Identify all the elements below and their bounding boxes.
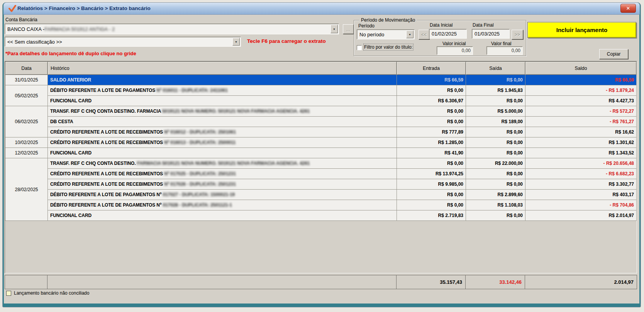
cell-saldo[interactable]: - R$ 572,27 <box>525 106 637 117</box>
previous-period-button[interactable]: << <box>419 30 429 39</box>
grid-row[interactable]: DÉBITO REFERENTE A LOTE DE PAGAMENTOS Nº… <box>5 200 637 210</box>
cell-historico[interactable]: CRÉDITO REFERENTE A LOTE DE RECEBIMENTOS… <box>48 137 397 148</box>
grid-row[interactable]: FUNCIONAL CARDR$ 2.719,83R$ 0,00R$ 2.014… <box>5 210 637 221</box>
cell-saldo[interactable]: R$ 66,59 <box>525 75 637 85</box>
cell-entrada[interactable]: R$ 6.306,97 <box>397 96 466 106</box>
value-start-input[interactable]: 0,00 <box>437 46 473 55</box>
cell-historico[interactable]: CRÉDITO REFERENTE A LOTE DE RECEBIMENTOS… <box>48 179 397 190</box>
cell-saldo[interactable]: - R$ 704,86 <box>525 200 637 210</box>
cell-saldo[interactable]: R$ 3.302,77 <box>525 179 637 190</box>
cell-historico[interactable]: DÉBITO REFERENTE A LOTE DE PAGAMENTOS Nº… <box>48 85 397 96</box>
cell-saldo[interactable]: R$ 1.343,52 <box>525 148 637 158</box>
cell-historico[interactable]: FUNCIONAL CARD <box>48 210 397 221</box>
column-header-saldo: Saldo <box>525 62 637 75</box>
classification-value: << Sem classificação >> <box>7 37 230 46</box>
cell-entrada[interactable]: R$ 0,00 <box>397 106 466 117</box>
cell-saldo[interactable]: - R$ 20.656,48 <box>525 158 637 169</box>
grid-row[interactable]: 31/01/2025SALDO ANTERIORR$ 66,59R$ 0,00R… <box>5 75 637 85</box>
cell-saida[interactable]: R$ 0,00 <box>466 127 525 137</box>
cell-historico[interactable]: SALDO ANTERIOR <box>48 75 397 85</box>
cell-saida[interactable]: R$ 189,00 <box>466 117 525 127</box>
grid-row[interactable]: DB CESTAR$ 0,00R$ 189,00- R$ 761,27 <box>5 117 637 127</box>
cell-saldo[interactable]: - R$ 6.682,23 <box>525 169 637 179</box>
cell-saida[interactable]: R$ 5.000,00 <box>466 106 525 117</box>
cell-saida[interactable]: R$ 1.108,03 <box>466 200 525 210</box>
cell-saida[interactable]: R$ 0,00 <box>466 137 525 148</box>
grid-row[interactable]: CRÉDITO REFERENTE A LOTE DE RECEBIMENTOS… <box>5 179 637 190</box>
cell-saldo[interactable]: - R$ 761,27 <box>525 117 637 127</box>
grid-row[interactable]: 12/02/2025FUNCIONAL CARDR$ 41,90R$ 0,00R… <box>5 148 637 158</box>
cell-saldo[interactable]: R$ 4.427,73 <box>525 96 637 106</box>
start-date-input[interactable]: 01/02/2025 <box>429 29 467 39</box>
chevron-down-icon[interactable]: ▼ <box>232 38 240 46</box>
cell-entrada[interactable]: R$ 1.285,00 <box>397 137 466 148</box>
cell-saldo[interactable]: R$ 403,17 <box>525 190 637 200</box>
value-end-input[interactable]: 0,00 <box>486 46 523 55</box>
cell-date[interactable]: 10/02/2025 <box>5 137 48 148</box>
cell-saldo[interactable]: R$ 2.014,97 <box>525 210 637 221</box>
cell-historico[interactable]: FUNCIONAL CARD <box>48 96 397 106</box>
cell-saida[interactable]: R$ 22.000,00 <box>466 158 525 169</box>
account-browse-button[interactable]: ... <box>343 24 354 34</box>
cell-saida[interactable]: R$ 2.899,60 <box>466 190 525 200</box>
cell-historico[interactable]: CRÉDITO REFERENTE A LOTE DE RECEBIMENTOS… <box>48 169 397 179</box>
chevron-down-icon[interactable]: ▼ <box>330 25 338 33</box>
grid-row[interactable]: DÉBITO REFERENTE A LOTE DE PAGAMENTOS Nº… <box>5 190 637 200</box>
cell-date[interactable]: 06/02/2025 <box>5 106 48 137</box>
column-header-saida: Saída <box>466 62 525 75</box>
period-combobox[interactable]: No período ▼ <box>357 29 415 39</box>
cell-saida[interactable]: R$ 0,00 <box>466 148 525 158</box>
cell-saldo[interactable]: R$ 1.301,62 <box>525 137 637 148</box>
cell-date[interactable]: 05/02/2025 <box>5 85 48 106</box>
grid-row[interactable]: FUNCIONAL CARDR$ 6.306,97R$ 0,00R$ 4.427… <box>5 96 637 106</box>
cell-entrada[interactable]: R$ 0,00 <box>397 85 466 96</box>
cell-historico[interactable]: FUNCIONAL CARD <box>48 148 397 158</box>
filter-by-value-checkbox[interactable] <box>357 45 362 50</box>
cell-entrada[interactable]: R$ 0,00 <box>397 117 466 127</box>
cell-entrada[interactable]: R$ 41,90 <box>397 148 466 158</box>
cell-entrada[interactable]: R$ 0,00 <box>397 190 466 200</box>
cell-entrada[interactable]: R$ 0,00 <box>397 158 466 169</box>
end-date-input[interactable]: 01/03/2025 <box>472 29 510 39</box>
cell-saida[interactable]: R$ 0,00 <box>466 75 525 85</box>
copy-button[interactable]: Copiar <box>599 49 628 59</box>
cell-entrada[interactable]: R$ 777,89 <box>397 127 466 137</box>
grid-row[interactable]: 28/02/2025TRANSF. REF C CHQ CONTA DESTIN… <box>5 158 637 169</box>
cell-entrada[interactable]: R$ 2.719,83 <box>397 210 466 221</box>
cell-entrada[interactable]: R$ 13.974,25 <box>397 169 466 179</box>
cell-saida[interactable]: R$ 0,00 <box>466 96 525 106</box>
cell-historico[interactable]: TRANSF. REF C CHQ CONTA DESTINO. FARMACI… <box>48 106 397 117</box>
load-extract-hint: Tecle F6 para carregar o extrato <box>247 38 326 44</box>
cell-entrada[interactable]: R$ 66,59 <box>397 75 466 85</box>
chevron-down-icon[interactable]: ▼ <box>406 31 414 38</box>
next-period-button[interactable]: >> <box>512 30 523 39</box>
cell-saida[interactable]: R$ 0,00 <box>466 179 525 190</box>
grid-row[interactable]: CRÉDITO REFERENTE A LOTE DE RECEBIMENTOS… <box>5 169 637 179</box>
column-header-data: Data <box>5 62 48 75</box>
cell-saida[interactable]: R$ 0,00 <box>466 169 525 179</box>
cell-date[interactable]: 12/02/2025 <box>5 148 48 158</box>
column-header-entrada: Entrada <box>397 62 466 75</box>
cell-entrada[interactable]: R$ 0,00 <box>397 200 466 210</box>
cell-entrada[interactable]: R$ 9.985,00 <box>397 179 466 190</box>
cell-saida[interactable]: R$ 0,00 <box>466 210 525 221</box>
close-icon[interactable]: ✕ <box>620 4 636 13</box>
filter-by-value-label[interactable]: Filtro por valor do título: <box>364 44 413 50</box>
grid-row[interactable]: 05/02/2025DÉBITO REFERENTE A LOTE DE PAG… <box>5 85 637 96</box>
grid-row[interactable]: 06/02/2025TRANSF. REF C CHQ CONTA DESTIN… <box>5 106 637 117</box>
cell-date[interactable]: 28/02/2025 <box>5 158 48 221</box>
classification-combobox[interactable]: << Sem classificação >> ▼ <box>5 37 241 47</box>
cell-historico[interactable]: TRANSF. REF C CHQ CONTA DESTINO. FARMACI… <box>48 158 397 169</box>
cell-historico[interactable]: DB CESTA <box>48 117 397 127</box>
cell-historico[interactable]: DÉBITO REFERENTE A LOTE DE PAGAMENTOS Nº… <box>48 190 397 200</box>
grid-row[interactable]: 10/02/2025CRÉDITO REFERENTE A LOTE DE RE… <box>5 137 637 148</box>
cell-historico[interactable]: DÉBITO REFERENTE A LOTE DE PAGAMENTOS Nº… <box>48 200 397 210</box>
grid-row[interactable]: CRÉDITO REFERENTE A LOTE DE RECEBIMENTOS… <box>5 127 637 137</box>
cell-saldo[interactable]: - R$ 1.879,24 <box>525 85 637 96</box>
add-entry-button[interactable]: Incluir lançamento <box>527 22 636 38</box>
account-combobox[interactable]: BANCO CAIXA - FARMACIA 501912 ANTIGA - 2… <box>5 24 339 34</box>
cell-historico[interactable]: CRÉDITO REFERENTE A LOTE DE RECEBIMENTOS… <box>48 127 397 137</box>
cell-date[interactable]: 31/01/2025 <box>5 75 48 85</box>
cell-saida[interactable]: R$ 1.945,83 <box>466 85 525 96</box>
cell-saldo[interactable]: R$ 16,62 <box>525 127 637 137</box>
